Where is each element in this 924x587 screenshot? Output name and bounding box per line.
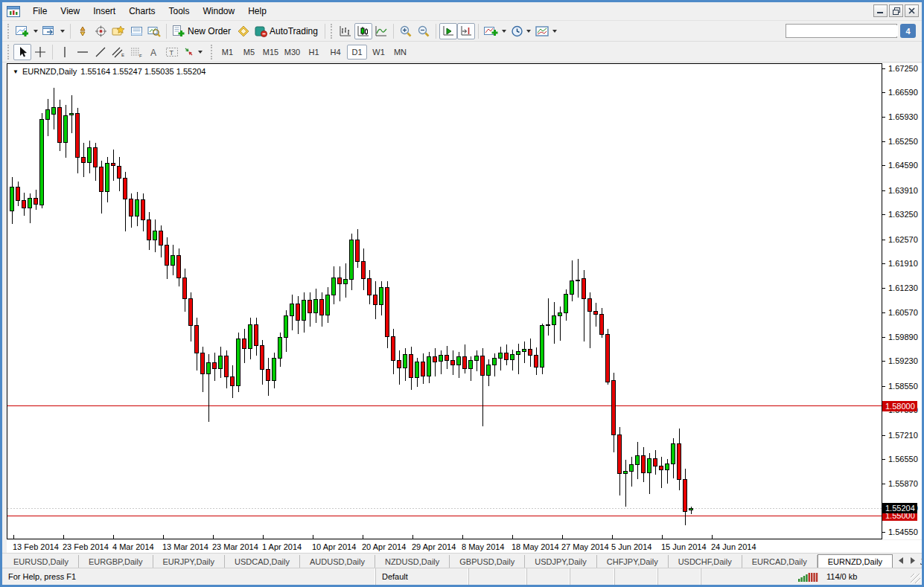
tab-eurusd-daily[interactable]: EURUSD,Daily: [4, 555, 79, 568]
menu-charts[interactable]: Charts: [122, 3, 162, 19]
zoom-in-button[interactable]: [397, 23, 415, 39]
auto-scroll-button[interactable]: [439, 23, 457, 39]
tab-chfjpy-daily[interactable]: CHFJPY,Daily: [597, 555, 669, 568]
tab-eurcad-daily[interactable]: EURCAD,Daily: [742, 555, 818, 568]
toolbar-grip[interactable]: [331, 24, 334, 39]
arrows-button[interactable]: [181, 44, 205, 60]
tab-usdchf-daily[interactable]: USDCHF,Daily: [669, 555, 742, 568]
price-tick-label: 1.60570: [888, 308, 918, 317]
candle: [165, 237, 169, 279]
menu-tools[interactable]: Tools: [162, 3, 197, 19]
timeframe-m15[interactable]: M15: [261, 45, 281, 60]
candle: [153, 219, 157, 252]
scroll-left-icon[interactable]: [898, 557, 904, 564]
candlestick-chart[interactable]: [7, 64, 882, 539]
collapse-triangle-icon[interactable]: ▼: [13, 68, 19, 75]
candle: [666, 459, 669, 484]
toolbar-grip[interactable]: [211, 45, 214, 60]
cursor-button[interactable]: [13, 44, 31, 60]
candle: [267, 358, 270, 396]
trendline-button[interactable]: [92, 44, 109, 60]
timeframe-toolbar: M1M5M15M30H1H4D1W1MN: [217, 45, 411, 60]
hline-price-tag: 1.58000: [882, 401, 917, 411]
close-button[interactable]: [905, 4, 919, 17]
tab-nzdusd-daily[interactable]: NZDUSD,Daily: [375, 555, 450, 568]
autotrading-button[interactable]: AutoTrading: [252, 23, 322, 39]
time-tick-label: 18 May 2014: [512, 542, 559, 551]
timeframe-d1[interactable]: D1: [347, 45, 367, 60]
price-axis[interactable]: 1.672501.665901.659301.652501.645901.639…: [882, 63, 922, 539]
timeframe-m30[interactable]: M30: [282, 45, 302, 60]
restore-button[interactable]: [889, 4, 903, 17]
fibonacci-button[interactable]: F: [127, 44, 145, 60]
timeframe-h4[interactable]: H4: [325, 45, 345, 60]
price-tick-label: 1.64590: [888, 161, 918, 170]
profiles-button[interactable]: [40, 23, 67, 39]
equidistant-channel-button[interactable]: E: [109, 44, 127, 60]
candle: [445, 346, 449, 369]
menu-bar-items: FileViewInsertChartsToolsWindowHelp: [26, 3, 273, 19]
community-notifications-button[interactable]: 4: [900, 24, 916, 38]
timeframe-h1[interactable]: H1: [304, 45, 324, 60]
candle: [463, 344, 467, 373]
candle: [118, 157, 121, 191]
price-tick: [882, 165, 885, 166]
line-chart-button[interactable]: [372, 23, 390, 39]
data-window-button[interactable]: [92, 23, 109, 39]
horizontal-line-button[interactable]: [74, 44, 92, 60]
timeframe-m5[interactable]: M5: [239, 45, 259, 60]
status-traffic: 114/0 kb: [826, 572, 857, 581]
toolbar-grip[interactable]: [7, 45, 11, 60]
tab-eurjpy-daily[interactable]: EURJPY,Daily: [153, 555, 226, 568]
crosshair-button[interactable]: [31, 44, 49, 60]
tab-eurgbp-daily[interactable]: EURGBP,Daily: [79, 555, 153, 568]
minimize-button[interactable]: [873, 4, 888, 17]
terminal-button[interactable]: [127, 23, 145, 39]
toolbar-grip[interactable]: [7, 24, 11, 39]
timeframe-m1[interactable]: M1: [217, 45, 238, 60]
scroll-right-icon[interactable]: [910, 557, 916, 564]
chart-shift-button[interactable]: [457, 23, 475, 39]
new-chart-button[interactable]: [13, 23, 40, 39]
templates-button[interactable]: [533, 23, 559, 39]
text-label-button[interactable]: T: [163, 44, 181, 60]
text-button[interactable]: A: [145, 44, 163, 60]
vertical-line-button[interactable]: [56, 44, 74, 60]
market-watch-button[interactable]: [74, 23, 92, 39]
bar-chart-button[interactable]: [337, 23, 354, 39]
candle: [451, 350, 455, 375]
zoom-out-button[interactable]: [415, 23, 433, 39]
new-order-button[interactable]: New Order: [170, 23, 235, 39]
candle: [386, 281, 389, 348]
tab-audusd-daily[interactable]: AUDUSD,Daily: [300, 555, 375, 568]
resize-grip[interactable]: [911, 574, 920, 583]
indicators-button[interactable]: [482, 23, 509, 39]
candle: [547, 298, 550, 336]
menu-insert[interactable]: Insert: [86, 3, 122, 19]
tab-usdcad-daily[interactable]: USDCAD,Daily: [225, 555, 300, 568]
time-axis[interactable]: 13 Feb 201423 Feb 20144 Mar 201413 Mar 2…: [7, 540, 922, 554]
timeframe-w1[interactable]: W1: [369, 45, 389, 60]
candle: [106, 157, 109, 202]
metaeditor-button[interactable]: [235, 23, 252, 39]
candle: [112, 150, 115, 180]
price-tick: [882, 92, 885, 93]
candlestick-chart-button[interactable]: [354, 23, 372, 39]
zoom-in-icon: [399, 25, 412, 37]
search-input[interactable]: [786, 25, 898, 36]
menu-window[interactable]: Window: [197, 3, 242, 19]
menu-help[interactable]: Help: [241, 3, 273, 19]
tab-usdjpy-daily[interactable]: USDJPY,Daily: [525, 555, 597, 568]
menu-view[interactable]: View: [54, 3, 86, 19]
navigator-button[interactable]: [109, 23, 127, 39]
status-profile[interactable]: Default: [376, 568, 469, 585]
candle: [302, 292, 306, 333]
tab-gbpusd-daily[interactable]: GBPUSD,Daily: [450, 555, 525, 568]
chart-plot-area[interactable]: ▼ EURNZD,Daily 1.55164 1.55247 1.55035 1…: [7, 63, 882, 539]
timeframe-mn[interactable]: MN: [390, 45, 410, 60]
menu-file[interactable]: File: [26, 3, 54, 19]
periods-button[interactable]: [509, 23, 533, 39]
new-order-label: New Order: [188, 26, 232, 36]
strategy-tester-button[interactable]: [145, 23, 163, 39]
tab-eurnzd-daily[interactable]: EURNZD,Daily: [818, 554, 893, 568]
